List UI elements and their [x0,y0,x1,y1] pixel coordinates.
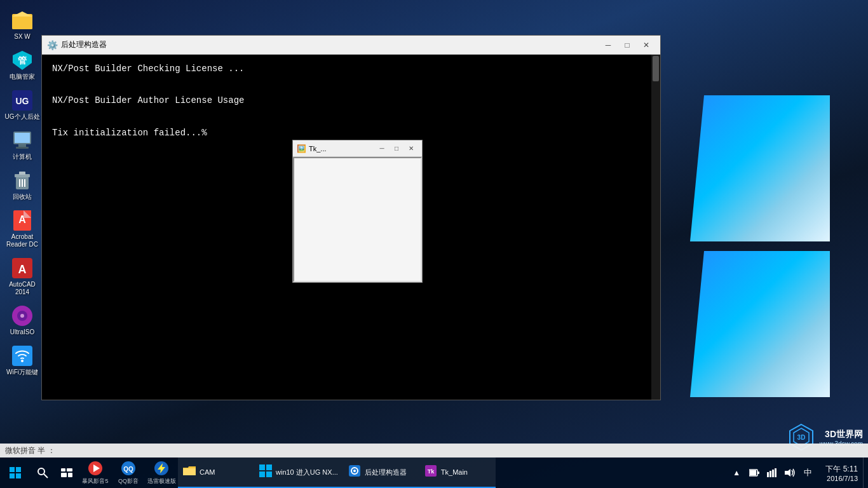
svg-rect-8 [15,133,30,143]
svg-rect-48 [266,464,272,470]
console-output: NX/Post Builder Checking License ... NX/… [52,61,650,141]
svg-rect-60 [770,471,771,477]
svg-line-36 [44,474,48,478]
svg-text:管: 管 [18,55,27,65]
desktop-icon-recycle[interactable]: 回收站 [2,166,43,203]
svg-rect-37 [61,468,65,471]
desktop-icon-ultraiso[interactable]: UltraISO [2,302,43,339]
ultraiso-label: UltraISO [10,329,34,336]
svg-rect-62 [775,468,776,477]
svg-rect-38 [67,468,72,471]
post-icon [348,464,361,480]
search-icon [37,467,48,478]
network-icon [767,468,777,477]
pinned-app-baofeng[interactable]: 暴风影音5 [79,458,112,488]
tray-battery[interactable] [747,465,762,480]
taskbar-cam-button[interactable]: CAM [178,458,254,488]
desktop-icon-acrobat[interactable]: A Acrobat Reader DC [2,207,43,251]
post-label: 后处理构造器 [365,468,407,477]
minimize-button[interactable]: ─ [599,39,617,51]
desktop-icon-autocad[interactable]: A AutoCAD 2014 [2,254,43,299]
sxw-icon [11,9,34,32]
taskbar-tk-button[interactable]: Tk Tk_Main [419,458,496,488]
ultraiso-icon [11,304,34,327]
svg-text:QQ: QQ [123,466,133,473]
tk-close-button[interactable]: ✕ [404,143,418,154]
folder-icon [183,465,196,480]
svg-rect-34 [16,473,21,478]
tk-minimize-button[interactable]: ─ [375,143,389,154]
scrollbar-thumb[interactable] [653,56,659,81]
wifi-icon [11,344,34,367]
taskbar-clock[interactable]: 下午 5:11 2016/7/13 [820,464,863,482]
desktop: SX W 管 电脑管家 UG UG个人后处 [0,0,868,488]
show-desktop-button[interactable] [863,458,868,488]
tray-volume[interactable] [782,465,797,480]
pinned-app-qq[interactable]: QQ QQ影音 [112,458,145,488]
svg-rect-50 [266,471,272,477]
xunlei-label: 迅雷极速版 [147,477,176,485]
close-button[interactable]: ✕ [637,39,655,51]
desktop-icon-ug[interactable]: UG UG个人后处 [2,86,43,123]
taskbar-post-button[interactable]: 后处理构造器 [343,458,419,488]
acrobat-icon: A [11,209,34,232]
tk-controls: ─ □ ✕ [375,143,418,154]
svg-rect-10 [16,147,29,149]
tray-network[interactable] [764,465,780,480]
window-controls: ─ □ ✕ [599,39,655,51]
search-button[interactable] [31,461,55,485]
tk-titlebar[interactable]: 🖼️ Tk_... ─ □ ✕ [293,140,422,157]
taskbar-open-apps: CAM win10 进入UG NX... [178,458,496,488]
cam-folder-icon [183,465,196,477]
guanjia-label: 电脑管家 [10,73,35,81]
svg-rect-39 [61,473,67,477]
acrobat-label: Acrobat Reader DC [4,233,40,248]
tk-maximize-button[interactable]: □ [390,143,403,154]
task-view-button[interactable] [55,461,79,485]
svg-rect-33 [10,473,15,478]
svg-rect-1 [12,17,32,29]
desktop-icon-guanjia[interactable]: 管 电脑管家 [2,46,43,83]
guanjia-icon: 管 [11,49,34,72]
svg-rect-57 [757,471,759,474]
desktop-icon-sxw[interactable]: SX W [2,6,43,43]
ug-icon: UG [11,89,34,112]
scrollbar-vertical[interactable] [651,55,660,400]
svg-rect-49 [259,471,265,477]
recycle-label: 回收站 [13,193,32,201]
svg-rect-9 [18,144,26,147]
desktop-icon-computer[interactable]: 计算机 [2,126,43,163]
clock-date: 2016/7/13 [827,475,858,482]
tray-chevron[interactable]: ▲ [729,465,744,480]
windows-logo-icon [9,466,22,479]
tk-window: 🖼️ Tk_... ─ □ ✕ [292,140,423,283]
taskbar-win10-ug-button[interactable]: win10 进入UG NX... [254,458,343,488]
desktop-icon-wifi[interactable]: WiFi万能键 [2,342,43,379]
tk-content-area [293,157,422,282]
desktop-icons-area: SX W 管 电脑管家 UG UG个人后处 [0,0,44,458]
main-window-titlebar[interactable]: ⚙️ 后处理构造器 ─ □ ✕ [42,36,660,55]
svg-point-27 [21,360,24,362]
autocad-label: AutoCAD 2014 [4,281,40,296]
svg-rect-32 [16,467,21,472]
tk-app-icon: Tk [424,464,437,480]
tray-ime[interactable]: 中 [800,465,815,480]
cam-label: CAM [200,468,215,476]
main-window-title: 后处理构造器 [61,39,599,50]
svg-point-35 [38,468,44,475]
start-button[interactable] [0,458,31,488]
taskbar: 暴风影音5 QQ QQ影音 迅雷极速版 [0,458,868,488]
wallpaper-accent-bottom [690,251,830,397]
sxw-label: SX W [14,33,31,41]
pinned-apps-area: 暴风影音5 QQ QQ影音 迅雷极速版 [79,458,178,488]
svg-rect-40 [68,473,72,477]
autocad-icon: A [11,257,34,280]
svg-point-53 [353,470,356,472]
computer-label: 计算机 [13,153,32,161]
pinned-app-xunlei[interactable]: 迅雷极速版 [145,458,178,488]
maximize-button[interactable]: □ [618,39,636,51]
tk-main-label: Tk_Main [441,468,468,476]
tk-icon: 🖼️ [297,144,306,153]
battery-icon [749,468,759,477]
tk-taskbar-icon: Tk [424,464,437,477]
